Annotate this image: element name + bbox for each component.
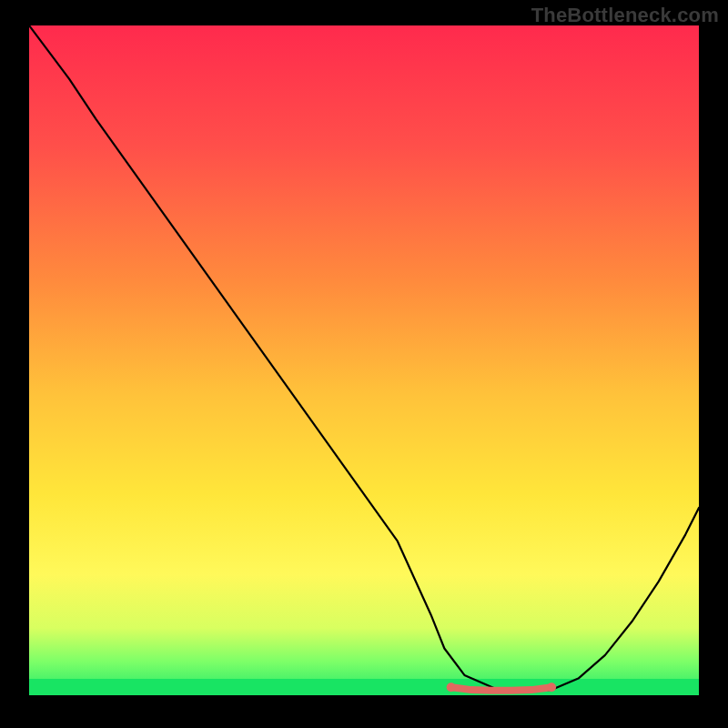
- trough-highlight-start: [447, 682, 456, 692]
- curve-svg: [29, 25, 699, 695]
- trough-highlight-end: [547, 682, 556, 692]
- chart-container: TheBottleneck.com: [0, 0, 728, 728]
- watermark-text: TheBottleneck.com: [531, 4, 719, 27]
- trough-highlight-line: [451, 687, 551, 691]
- plot-area: [29, 25, 699, 695]
- main-curve-line: [29, 25, 699, 691]
